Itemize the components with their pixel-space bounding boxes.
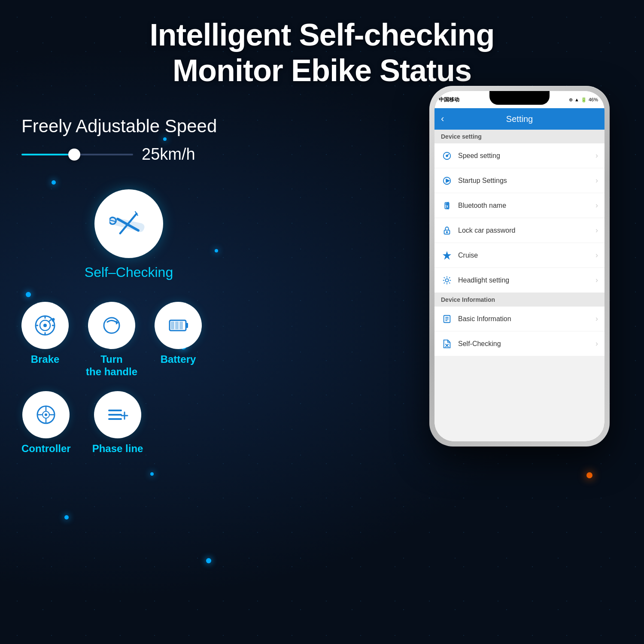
svg-marker-38 (444, 252, 450, 258)
glow-dot-9 (206, 558, 211, 563)
startup-arrow: › (595, 176, 598, 185)
back-button[interactable]: ‹ (441, 113, 444, 125)
setting-item-startup[interactable]: Startup Settings › (434, 168, 605, 193)
left-section: Freely Adjustable Speed 25km/h (21, 116, 236, 455)
battery-icon-circle (155, 302, 202, 349)
svg-rect-25 (108, 414, 122, 416)
wrench-screwdriver-icon (109, 204, 148, 243)
phase-line-icon (105, 402, 131, 428)
setting-item-speed[interactable]: Speed setting › (434, 143, 605, 168)
glow-dot-7 (64, 515, 69, 519)
basic-info-label: Basic Information (458, 315, 595, 323)
phone-wrapper: 中国移动 ⊕ ▲ 🔋 46% ‹ Setting (429, 86, 610, 447)
app-header: ‹ Setting (434, 108, 605, 130)
status-right: ⊕ ▲ 🔋 46% (569, 97, 598, 103)
turn-handle-icon-circle (88, 302, 135, 349)
lock-label: Lock car password (458, 227, 595, 234)
setting-item-cruise[interactable]: Cruise › (434, 243, 605, 268)
svg-line-47 (449, 277, 450, 278)
svg-point-4 (43, 324, 47, 327)
battery-icon-status: 🔋 (581, 97, 587, 103)
title-section: Intelligent Self-checking Monitor Ebike … (0, 17, 644, 88)
setting-item-basic-info[interactable]: Basic Information › (434, 307, 605, 331)
svg-line-9 (49, 319, 51, 322)
icons-row-2: Controller Phase line (21, 391, 236, 455)
controller-icon-circle (22, 391, 70, 438)
setting-item-bluetooth[interactable]: Bluetooth name › (434, 193, 605, 218)
lock-arrow: › (595, 226, 598, 235)
svg-point-23 (45, 413, 47, 416)
setting-item-lock[interactable]: Lock car password › (434, 218, 605, 243)
speed-setting-label: Speed setting (458, 152, 595, 160)
location-icon: ⊕ (569, 97, 573, 103)
settings-list: Device setting Speed setting › (434, 130, 605, 441)
icon-item-phase-line: Phase line (92, 391, 143, 455)
glow-dot-8 (150, 472, 154, 476)
icons-row-1: Brake Turnthe handle (21, 302, 236, 378)
title-line2: Monitor Ebike Status (173, 53, 471, 88)
startup-icon (441, 175, 453, 187)
controller-label: Controller (21, 443, 71, 455)
svg-line-44 (444, 277, 445, 278)
svg-line-45 (449, 283, 450, 283)
signal-icon: ▲ (574, 97, 579, 102)
battery-percent: 46% (589, 97, 598, 102)
speed-setting-arrow: › (595, 151, 598, 160)
speed-label: Freely Adjustable Speed (21, 116, 236, 137)
bluetooth-icon (441, 200, 453, 212)
setting-item-self-checking[interactable]: Self-Checking › (434, 331, 605, 356)
startup-label: Startup Settings (458, 177, 595, 185)
slider-track[interactable] (21, 154, 133, 155)
svg-line-46 (444, 283, 445, 283)
app-header-title: Setting (506, 114, 533, 124)
icon-item-controller: Controller (21, 391, 71, 455)
svg-rect-15 (175, 322, 179, 329)
battery-icon (165, 313, 191, 338)
svg-rect-14 (171, 322, 174, 329)
svg-point-30 (446, 155, 448, 157)
basic-info-arrow: › (595, 314, 598, 323)
phase-line-icon-circle (94, 391, 141, 438)
brake-label: Brake (31, 353, 60, 366)
battery-label: Battery (161, 353, 196, 366)
glow-dot-orange-2 (586, 472, 592, 478)
basic-info-icon (441, 313, 453, 325)
cruise-label: Cruise (458, 252, 595, 259)
svg-rect-26 (108, 418, 122, 420)
brake-icon-circle (21, 302, 69, 349)
self-checking-arrow: › (595, 339, 598, 348)
svg-marker-32 (446, 179, 449, 182)
section-header-device-setting: Device setting (434, 130, 605, 143)
self-check-circle (94, 189, 163, 258)
slider-thumb[interactable] (68, 149, 80, 161)
svg-rect-16 (179, 322, 183, 329)
turn-handle-icon (99, 313, 125, 338)
lock-icon (441, 225, 453, 237)
svg-point-37 (447, 231, 448, 233)
turn-handle-label: Turnthe handle (86, 353, 137, 378)
phone-outer: 中国移动 ⊕ ▲ 🔋 46% ‹ Setting (429, 86, 610, 447)
speed-section: Freely Adjustable Speed 25km/h (21, 116, 236, 164)
icon-item-brake: Brake (21, 302, 69, 366)
cruise-arrow: › (595, 251, 598, 260)
self-checking-icon (441, 338, 453, 350)
icon-item-battery: Battery (155, 302, 202, 366)
setting-item-headlight[interactable]: Headlight setting › (434, 268, 605, 293)
headlight-icon (441, 274, 453, 286)
headlight-arrow: › (595, 276, 598, 285)
brake-icon (32, 313, 58, 338)
phone-inner: 中国移动 ⊕ ▲ 🔋 46% ‹ Setting (434, 91, 605, 441)
controller-icon (33, 402, 59, 428)
headlight-label: Headlight setting (458, 276, 595, 284)
svg-rect-13 (186, 323, 188, 328)
phone-notch (489, 91, 550, 105)
phase-line-label: Phase line (92, 443, 143, 455)
title-line1: Intelligent Self-checking (149, 18, 494, 52)
bluetooth-label: Bluetooth name (458, 202, 595, 210)
section-header-device-info: Device Information (434, 293, 605, 307)
phone-screen: 中国移动 ⊕ ▲ 🔋 46% ‹ Setting (434, 91, 605, 441)
carrier-text: 中国移动 (439, 96, 459, 103)
speed-setting-icon (441, 150, 453, 162)
self-check-label: Self–Checking (21, 264, 236, 280)
main-title: Intelligent Self-checking Monitor Ebike … (0, 17, 644, 88)
